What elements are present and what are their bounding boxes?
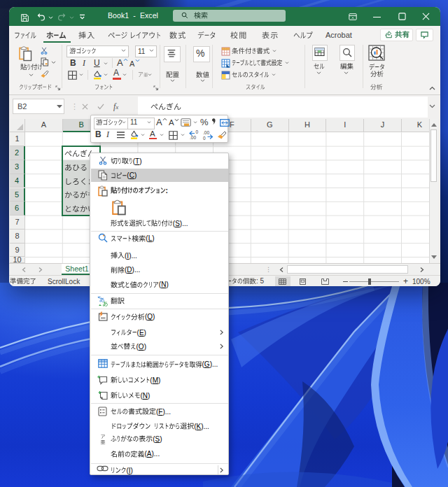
- svg-text:0: 0: [203, 136, 206, 141]
- svg-text:.00: .00: [190, 135, 196, 140]
- svg-text:0: 0: [196, 129, 199, 134]
- svg-text:.00: .00: [203, 130, 209, 135]
